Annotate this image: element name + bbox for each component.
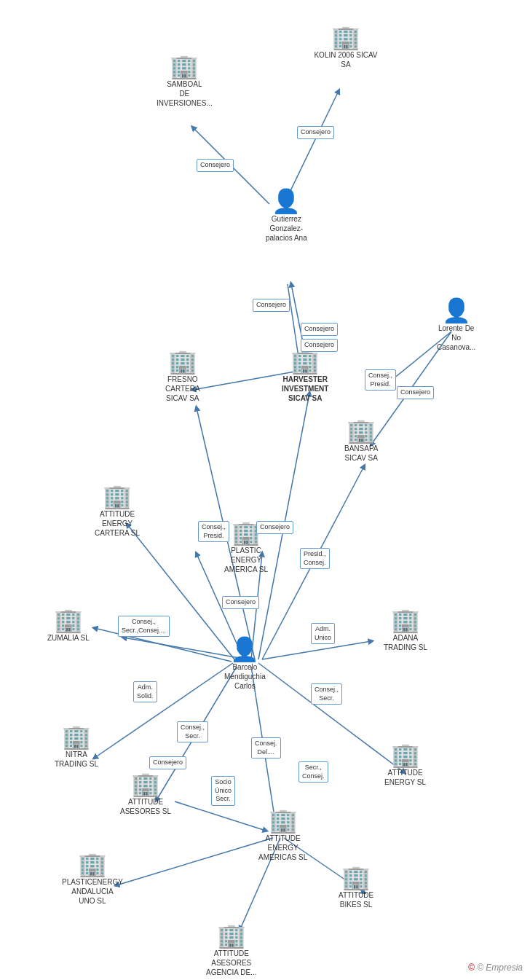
- badge-consejero-5: Consejero: [301, 339, 338, 352]
- label-nitra: NITRATRADING SL: [55, 750, 98, 769]
- label-attitude-energy-americas: ATTITUDEENERGYAMERICAS SL: [258, 834, 307, 862]
- label-attitude-asesores-agencia: ATTITUDEASESORESAGENCIA DE...: [206, 949, 256, 977]
- label-plastic-energy: PLASTICENERGYAMERICA SL: [224, 546, 268, 574]
- badge-consej-secr-2: Consej.,Secr.: [177, 721, 208, 742]
- label-bansapa: BANSAPASICAV SA: [344, 444, 379, 463]
- label-attitude-energy-cartera: ATTITUDEENERGYCARTERA SL: [95, 509, 140, 538]
- badge-consej-del: Consej.Del....: [251, 737, 281, 758]
- building-icon-bansapa: 🏢: [347, 419, 376, 442]
- node-gutierrez[interactable]: 👤 GutierrezGonzalez-palacios Ana: [266, 189, 307, 243]
- badge-consejero-9: Consejero: [149, 756, 186, 769]
- node-attitude-bikes[interactable]: 🏢 ATTITUDEBIKES SL: [339, 866, 373, 909]
- label-attitude-asesores: ATTITUDEASESORES SL: [120, 797, 171, 816]
- building-icon-samboal: 🏢: [170, 55, 199, 78]
- building-icon-attitude-energy-sl: 🏢: [391, 743, 420, 767]
- badge-adm-unico: Adm.Unico: [311, 623, 335, 644]
- person-icon-barcelo: 👤: [230, 638, 259, 661]
- label-gutierrez: GutierrezGonzalez-palacios Ana: [266, 214, 307, 243]
- node-attitude-energy-sl[interactable]: 🏢 ATTITUDEENERGY SL: [384, 743, 426, 787]
- label-attitude-bikes: ATTITUDEBIKES SL: [339, 890, 373, 909]
- badge-consej-presid-2: Consej.,Presid.: [198, 521, 229, 542]
- label-adana: ADANATRADING SL: [384, 633, 427, 652]
- building-icon-attitude-bikes: 🏢: [341, 866, 371, 889]
- badge-consej-presid-1: Consej.,Presid.: [365, 369, 396, 391]
- node-adana[interactable]: 🏢 ADANATRADING SL: [384, 608, 427, 652]
- building-icon-kolin: 🏢: [331, 26, 360, 49]
- node-barcelo[interactable]: 👤 BarceloMendiguchiaCarlos: [224, 638, 266, 691]
- building-icon-harvester: 🏢: [290, 350, 320, 373]
- node-attitude-asesores-agencia[interactable]: 🏢 ATTITUDEASESORESAGENCIA DE...: [206, 924, 256, 977]
- building-icon-fresno: 🏢: [168, 350, 197, 373]
- svg-line-1: [288, 91, 339, 197]
- label-samboal: SAMBOALDEINVERSIONES...: [157, 79, 213, 108]
- badge-consejero-3: Consejero: [253, 299, 290, 312]
- building-icon-attitude-asesores: 🏢: [131, 772, 160, 796]
- svg-line-13: [95, 663, 233, 758]
- badge-adm-solid: Adm.Solid.: [133, 681, 157, 702]
- badge-consejero-2: Consejero: [297, 126, 334, 139]
- svg-line-18: [116, 838, 273, 885]
- diagram-container: 🏢 KOLIN 2006 SICAV SA 🏢 SAMBOALDEINVERSI…: [0, 0, 530, 980]
- node-bansapa[interactable]: 🏢 BANSAPASICAV SA: [344, 419, 379, 463]
- badge-consejero-1: Consejero: [197, 159, 234, 172]
- label-lorente: Lorente DeNoCasanova...: [437, 324, 475, 352]
- badge-consejero-7: Consejero: [256, 521, 293, 534]
- node-attitude-energy-cartera[interactable]: 🏢 ATTITUDEENERGYCARTERA SL: [95, 485, 140, 538]
- node-kolin[interactable]: 🏢 KOLIN 2006 SICAV SA: [313, 26, 379, 69]
- label-kolin: KOLIN 2006 SICAV SA: [313, 50, 379, 69]
- building-icon-zumalia: 🏢: [54, 608, 83, 632]
- building-icon-nitra: 🏢: [62, 725, 91, 748]
- label-attitude-energy-sl: ATTITUDEENERGY SL: [384, 768, 426, 787]
- node-zumalia[interactable]: 🏢 ZUMALIA SL: [47, 608, 90, 643]
- node-attitude-asesores[interactable]: 🏢 ATTITUDEASESORES SL: [120, 772, 171, 816]
- badge-socio-unico: SocioÚnicoSecr.: [211, 776, 235, 806]
- badge-consejero-6: Consejero: [397, 386, 434, 399]
- node-nitra[interactable]: 🏢 NITRATRADING SL: [55, 725, 98, 769]
- building-icon-plasticenergy-andalucia: 🏢: [78, 852, 107, 876]
- label-fresno: FRESNOCARTERASICAV SA: [165, 375, 200, 403]
- label-harvester: HARVESTERINVESTMENTSICAV SA: [282, 375, 328, 403]
- watermark: © © Empresia: [468, 963, 523, 973]
- building-icon-adana: 🏢: [391, 608, 420, 632]
- svg-line-22: [127, 525, 234, 659]
- svg-line-3: [288, 284, 298, 357]
- badge-consej-secr-1: Consej.,Secr.: [311, 683, 342, 705]
- badge-presid-consej: Presid.,Consej.: [300, 548, 330, 569]
- label-barcelo: BarceloMendiguchiaCarlos: [224, 662, 266, 691]
- node-samboal[interactable]: 🏢 SAMBOALDEINVERSIONES...: [157, 55, 213, 108]
- node-plasticenergy-andalucia[interactable]: 🏢 PLASTICENERGYANDALUCIAUNO SL: [62, 852, 123, 906]
- person-icon-gutierrez: 👤: [272, 189, 301, 213]
- label-zumalia: ZUMALIA SL: [47, 633, 90, 643]
- label-plasticenergy-andalucia: PLASTICENERGYANDALUCIAUNO SL: [62, 877, 123, 906]
- person-icon-lorente: 👤: [442, 299, 471, 322]
- badge-consejero-8: Consejero: [222, 596, 259, 609]
- svg-line-4: [193, 372, 295, 390]
- building-icon-attitude-asesores-agencia: 🏢: [217, 924, 246, 947]
- node-fresno[interactable]: 🏢 FRESNOCARTERASICAV SA: [165, 350, 200, 403]
- badge-secr-consej: Secr.,Consej.: [298, 761, 328, 783]
- badge-consejero-4: Consejero: [301, 323, 338, 336]
- node-lorente[interactable]: 👤 Lorente DeNoCasanova...: [437, 299, 475, 352]
- badge-consej-secr-consej: Consej.,Secr.,Consej....: [118, 616, 170, 637]
- node-harvester[interactable]: 🏢 HARVESTERINVESTMENTSICAV SA: [282, 350, 328, 403]
- building-icon-attitude-energy-americas: 🏢: [269, 809, 298, 832]
- node-attitude-energy-americas[interactable]: 🏢 ATTITUDEENERGYAMERICAS SL: [258, 809, 307, 862]
- building-icon-attitude-energy-cartera: 🏢: [103, 485, 132, 508]
